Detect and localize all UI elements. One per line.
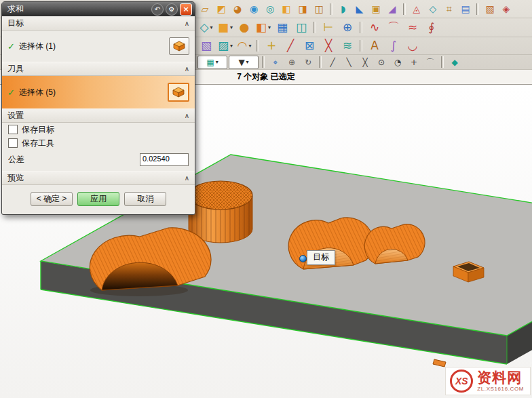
collapse-chevron-icon[interactable]: ∧ [185,112,189,119]
swept-tool-icon[interactable]: ◠▾ [235,38,253,54]
measure-distance-icon[interactable]: ⊢ [320,20,337,36]
midpoint-snap-icon-glyph: ╲ [346,58,351,66]
cylinder-body[interactable] [189,181,252,243]
shell-icon[interactable]: ▣ [368,2,383,16]
unite-icon[interactable]: ◧ [279,2,294,16]
datum-plane-icon[interactable]: ◇▾ [197,20,215,36]
section-settings-header[interactable]: 设置 ∧ [2,108,195,123]
section-target-header[interactable]: 目标 ∧ [2,16,195,31]
chamfer-icon-glyph: ◣ [356,4,364,14]
section-preview-header[interactable]: 预览 ∧ [2,171,195,185]
apply-button[interactable]: 应用 [77,192,119,206]
section-tool-header[interactable]: 刀具 ∧ [2,62,195,76]
save-tool-checkbox[interactable] [8,138,18,148]
collapse-chevron-icon[interactable]: ∧ [185,174,189,182]
surface-tool-icon[interactable]: ▨▾ [216,38,234,54]
selection-type-filter[interactable]: ▦▾ [197,56,227,69]
mirror-feature-icon[interactable]: ◫ [292,20,310,36]
project-curve-icon[interactable]: ⊠ [301,38,318,54]
helix-curve-icon[interactable]: ∮ [423,20,440,36]
dropdown-arrow-icon[interactable]: ▾ [248,43,251,49]
move-handle-icon[interactable]: ⊕ [284,56,299,69]
collapse-chevron-icon[interactable]: ∧ [185,20,189,27]
sketch-icon[interactable]: ▱ [197,2,212,16]
small-dome-body[interactable] [364,224,425,264]
patch-icon[interactable]: ▤ [458,2,473,16]
cylinder-primitive-icon[interactable]: ● [235,20,253,36]
extrude-icon[interactable]: ◩ [214,2,229,16]
collapse-chevron-icon[interactable]: ∧ [185,65,189,73]
rotate-handle-icon-glyph: ↻ [305,58,311,66]
line-tool-icon[interactable]: ╱ [282,38,299,54]
dropdown-arrow-icon[interactable]: ▾ [230,43,233,49]
dialog-titlebar[interactable]: 求和 ↶ ⚙ × [2,2,195,16]
dropdown-arrow-icon[interactable]: ▾ [216,59,218,65]
endpoint-snap-icon[interactable]: ╱ [325,56,340,69]
boolean-unite-icon-glyph: ◧ [256,22,267,33]
studio-spline-icon[interactable]: ∿ [366,20,383,36]
snap-point-toggle-icon-glyph: ⌖ [273,58,278,66]
offset-face-icon[interactable]: ▧ [482,2,497,16]
dropdown-arrow-icon[interactable]: ▾ [210,24,213,31]
split-body-icon[interactable]: ◇ [425,2,440,16]
tool-select-row[interactable]: ✓ 选择体 (5) [2,76,195,108]
subtract-icon[interactable]: ◨ [295,2,310,16]
toolbar-separator [403,3,406,15]
arc-center-snap-icon[interactable]: ⊙ [374,56,389,69]
dropdown-arrow-icon[interactable]: ▾ [246,59,249,65]
boss-icon[interactable]: ◎ [263,2,278,16]
point-tool-icon[interactable]: + [263,38,280,54]
freeform-curve-icon[interactable]: ≈ [404,20,421,36]
intersection-curve-icon-glyph: ╳ [325,40,332,52]
chamfer-icon[interactable]: ◣ [352,2,367,16]
midpoint-snap-icon[interactable]: ╲ [341,56,356,69]
ok-button[interactable]: < 确定 > [31,192,73,206]
revolve-icon[interactable]: ◕ [230,2,245,16]
shaded-view-icon[interactable]: ▧ [197,38,215,54]
scale-body-icon[interactable]: ◈ [499,2,514,16]
snap-point-toggle-icon[interactable]: ⌖ [268,56,283,69]
block-primitive-icon[interactable]: ■▾ [216,20,234,36]
offset-curve-icon[interactable]: ≋ [339,38,356,54]
dialog-close-icon[interactable]: × [180,3,192,16]
target-body-picker[interactable] [169,37,189,55]
quadrant-snap-icon[interactable]: ◔ [390,56,405,69]
draft-icon[interactable]: ◢ [385,2,400,16]
solid-body-filter-icon[interactable]: ◆ [447,56,462,69]
arc-curve-icon[interactable]: ⌒ [385,20,402,36]
trim-body-icon[interactable]: ◬ [409,2,424,16]
dialog-reset-icon[interactable]: ↶ [151,3,164,16]
tolerance-input[interactable]: 0.02540 [140,153,189,166]
text-curve-icon[interactable]: A [366,38,383,54]
sew-icon[interactable]: ⌗ [442,2,457,16]
tangent-snap-icon[interactable]: ⌒ [423,56,438,69]
toolbar-separator [319,56,322,68]
selection-scope-filter[interactable]: ▼▾ [229,56,259,69]
hole-icon[interactable]: ◉ [246,2,261,16]
bridge-curve-icon[interactable]: ◡ [404,38,421,54]
dropdown-arrow-icon[interactable]: ▾ [268,24,271,31]
cancel-button[interactable]: 取消 [124,192,166,206]
edge-blend-icon-glyph: ◗ [341,4,345,14]
save-target-checkbox[interactable] [8,125,18,134]
boolean-unite-icon[interactable]: ◧▾ [254,20,272,36]
draft-icon-glyph: ◢ [389,4,396,14]
line-tool-icon-glyph: ╱ [287,40,294,52]
intersection-snap-icon[interactable]: ╳ [358,56,373,69]
debris-body-1[interactable] [433,359,446,367]
point-snap-icon[interactable]: + [406,56,421,69]
target-select-row[interactable]: ✓ 选择体 (1) [2,31,195,62]
edge-blend-icon[interactable]: ◗ [336,2,351,16]
dialog-options-gear-icon[interactable]: ⚙ [166,3,178,16]
dropdown-arrow-icon[interactable]: ▾ [230,24,233,31]
selection-status-text: 7 个对象 已选定 [237,71,294,83]
rotate-handle-icon[interactable]: ↻ [301,56,316,69]
tool-body-picker[interactable] [168,83,189,102]
move-object-icon[interactable]: ⊕ [339,20,356,36]
law-curve-icon[interactable]: ∫ [385,38,402,54]
swept-tool-icon-glyph: ◠ [238,40,248,52]
intersection-curve-icon[interactable]: ╳ [320,38,337,54]
offset-face-icon-glyph: ▧ [485,4,494,14]
pattern-feature-icon[interactable]: ▦ [273,20,291,36]
intersect-icon[interactable]: ◫ [311,2,326,16]
